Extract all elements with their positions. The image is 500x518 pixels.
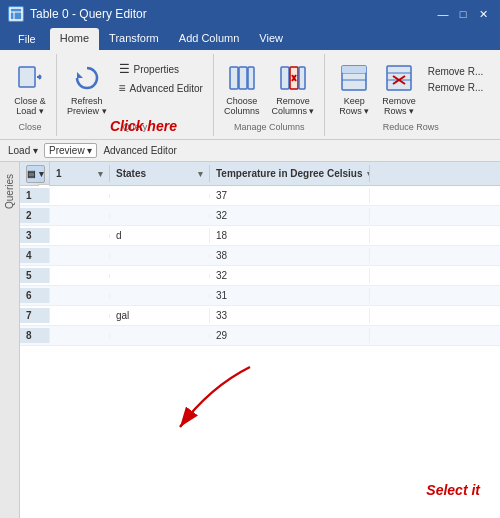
properties-label: Properties <box>134 64 180 75</box>
remove-r2-label: Remove R... <box>428 82 484 93</box>
cell-1-3: 37 <box>210 188 370 203</box>
remove-r-label: Remove R... <box>428 66 484 77</box>
table-rows: 1 37 2 32 3 d 18 4 38 <box>20 186 500 346</box>
main-content: Queries ▤ ▾ ▤ Use First Row as Headers A… <box>0 162 500 518</box>
close-group-label: Close <box>18 122 41 134</box>
remove-rows-label: RemoveRows ▾ <box>382 96 416 116</box>
svg-line-6 <box>39 77 41 79</box>
ribbon-group-query: RefreshPreview ▾ ☰ Properties ≡ Advanced… <box>57 54 214 136</box>
temp-filter[interactable]: ▾ <box>367 169 370 179</box>
tab-home[interactable]: Home <box>50 28 99 50</box>
col1-label: 1 <box>56 168 62 179</box>
row-num-1: 1 <box>20 188 50 203</box>
svg-rect-20 <box>387 66 411 90</box>
tab-file[interactable]: File <box>4 28 50 50</box>
advanced-editor-button[interactable]: ≡ Advanced Editor <box>115 79 207 97</box>
row-num-5: 5 <box>20 268 50 283</box>
remove-r2-button[interactable]: Remove R... <box>424 80 488 95</box>
row-num-col-header: ▤ ▾ ▤ Use First Row as Headers Add Custo… <box>20 162 50 186</box>
cell-4-1 <box>50 254 110 258</box>
row-num-3: 3 <box>20 228 50 243</box>
cell-5-2 <box>110 274 210 278</box>
svg-rect-15 <box>299 67 305 89</box>
cell-6-1 <box>50 294 110 298</box>
table-row: 4 38 <box>20 246 500 266</box>
tab-view[interactable]: View <box>249 28 293 50</box>
cell-5-1 <box>50 274 110 278</box>
close-buttons: Close &Load ▾ <box>10 56 50 122</box>
col-header-states: States ▾ <box>110 165 210 182</box>
choose-columns-label: ChooseColumns <box>224 96 260 116</box>
window-controls: — □ ✕ <box>434 5 492 23</box>
tab-add-column[interactable]: Add Column <box>169 28 250 50</box>
close-load-label: Close &Load ▾ <box>14 96 46 116</box>
query-group-label: Query <box>123 122 148 134</box>
col-temp-label: Temperature in Degree Celsius <box>216 168 363 179</box>
dropdown-menu: ▤ Use First Row as Headers Add Custom Co… <box>38 184 50 186</box>
refresh-icon <box>71 62 103 94</box>
svg-rect-3 <box>19 67 35 87</box>
remove-r-button[interactable]: Remove R... <box>424 64 488 79</box>
keep-rows-icon <box>338 62 370 94</box>
close-load-icon <box>14 62 46 94</box>
properties-icon: ☰ <box>119 62 130 76</box>
load-button[interactable]: Load ▾ <box>4 144 42 157</box>
advanced-editor-icon: ≡ <box>119 81 126 95</box>
svg-marker-7 <box>77 72 83 78</box>
remove-rows-button[interactable]: RemoveRows ▾ <box>378 60 420 118</box>
window-title: Table 0 - Query Editor <box>30 7 147 21</box>
table-row: 6 31 <box>20 286 500 306</box>
cell-2-2 <box>110 214 210 218</box>
table-row: 7 gal 33 <box>20 306 500 326</box>
remove-columns-button[interactable]: RemoveColumns ▾ <box>267 60 318 118</box>
manage-columns-label: Manage Columns <box>234 122 305 134</box>
refresh-preview-button[interactable]: RefreshPreview ▾ <box>63 60 111 118</box>
choose-columns-button[interactable]: ChooseColumns <box>220 60 264 118</box>
cell-7-2: gal <box>110 308 210 323</box>
queries-label: Queries <box>4 174 15 209</box>
svg-rect-8 <box>230 67 238 89</box>
row-num-4: 4 <box>20 248 50 263</box>
title-bar: Table 0 - Query Editor — □ ✕ <box>0 0 500 28</box>
keep-rows-label: KeepRows ▾ <box>339 96 369 116</box>
cell-1-2 <box>110 194 210 198</box>
cell-3-3: 18 <box>210 228 370 243</box>
queries-panel: Queries <box>0 162 20 518</box>
table-area: ▤ ▾ ▤ Use First Row as Headers Add Custo… <box>20 162 500 518</box>
app-icon <box>8 6 24 22</box>
col-states-label: States <box>116 168 146 179</box>
table-row: 8 29 <box>20 326 500 346</box>
manage-columns-buttons: ChooseColumns RemoveColumns ▾ <box>220 56 319 122</box>
row-num-6: 6 <box>20 288 50 303</box>
cell-2-1 <box>50 214 110 218</box>
row-num-dropdown-btn[interactable]: ▤ ▾ <box>26 165 45 183</box>
cell-1-1 <box>50 194 110 198</box>
reduce-rows-buttons: KeepRows ▾ RemoveRows ▾ Remove R... <box>334 56 487 122</box>
cell-3-1 <box>50 234 110 238</box>
choose-columns-icon <box>226 62 258 94</box>
advanced-editor-toolbar-button[interactable]: Advanced Editor <box>99 144 180 157</box>
ribbon-group-reduce-rows: KeepRows ▾ RemoveRows ▾ Remove R... <box>325 54 496 136</box>
ribbon-tabs: File Home Transform Add Column View <box>0 28 500 50</box>
tab-transform[interactable]: Transform <box>99 28 169 50</box>
remove-columns-icon <box>277 62 309 94</box>
table-row: 2 32 <box>20 206 500 226</box>
close-button[interactable]: ✕ <box>474 5 492 23</box>
properties-button[interactable]: ☰ Properties <box>115 60 207 78</box>
remove-columns-label: RemoveColumns ▾ <box>271 96 314 116</box>
col1-filter[interactable]: ▾ <box>98 169 103 179</box>
cell-5-3: 32 <box>210 268 370 283</box>
cell-6-3: 31 <box>210 288 370 303</box>
cell-8-3: 29 <box>210 328 370 343</box>
remove-r-small-group: Remove R... Remove R... <box>424 60 488 95</box>
keep-rows-button[interactable]: KeepRows ▾ <box>334 60 374 118</box>
minimize-button[interactable]: — <box>434 5 452 23</box>
remove-rows-icon <box>383 62 415 94</box>
preview-button[interactable]: Preview ▾ <box>44 143 97 158</box>
maximize-button[interactable]: □ <box>454 5 472 23</box>
svg-rect-9 <box>239 67 247 89</box>
states-filter[interactable]: ▾ <box>198 169 203 179</box>
table-row: 3 d 18 <box>20 226 500 246</box>
svg-rect-0 <box>10 8 22 20</box>
close-load-button[interactable]: Close &Load ▾ <box>10 60 50 118</box>
